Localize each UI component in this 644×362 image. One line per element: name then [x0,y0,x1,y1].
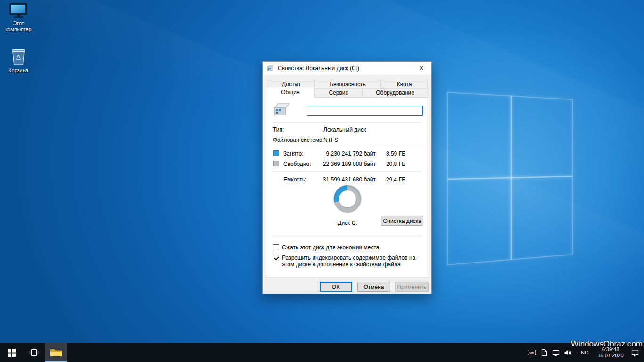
filesystem-value: NTFS [323,137,338,143]
tab-general[interactable]: Общие [266,87,315,98]
general-tab-page: Тип: Локальный диск Файловая система: NT… [266,97,429,278]
volume-label-input[interactable] [307,106,423,116]
action-center-icon [631,349,639,357]
used-size: 8,59 ГБ [386,150,405,157]
tab-security[interactable]: Безопасность [314,80,381,89]
cancel-button[interactable]: Отмена [357,282,390,292]
start-icon [8,349,16,357]
watermark: WindowsObraz.com [571,339,643,349]
index-checkbox-label[interactable]: Разрешить индексировать содержимое файло… [282,255,424,268]
used-bytes: 9 230 241 792 байт [326,150,376,157]
free-label: Свободно: [283,161,311,167]
desktop-icon-label: Этот компьютер [1,20,36,33]
dialog-title: Свойства: Локальный диск (C:) [278,65,359,72]
used-label: Занято: [283,150,303,157]
free-swatch [273,161,279,166]
disk-usage-chart [334,185,361,213]
desktop-icon-recycle-bin[interactable]: Корзина [1,47,36,74]
task-view-button[interactable] [23,343,45,362]
index-checkbox[interactable] [273,255,279,261]
used-swatch [273,150,279,156]
properties-dialog: Свойства: Локальный диск (C:) × Доступ Б… [262,61,432,294]
apply-button[interactable]: Применить [395,282,429,292]
taskbar: vm ENG 6:39:48 15.07.2020 [0,343,644,362]
desktop-icon-label: Корзина [1,67,36,74]
disk-cleanup-button[interactable]: Очистка диска [381,216,423,226]
close-button[interactable]: × [412,62,431,74]
drive-icon [266,65,275,72]
dialog-titlebar[interactable]: Свойства: Локальный диск (C:) × [263,62,431,75]
disk-chart-label: Диск C: [328,220,367,226]
capacity-label: Емкость: [283,176,306,183]
tab-label: Безопасность [330,81,366,88]
tab-label: Сервис [329,90,348,96]
vm-tray-icon[interactable]: vm [528,349,536,356]
clock-date: 15.07.2020 [597,353,623,359]
capacity-bytes: 31 599 431 680 байт [323,176,376,183]
computer-icon [9,3,28,19]
close-icon: × [419,64,423,73]
file-explorer-button[interactable] [45,343,67,362]
tab-hardware[interactable]: Оборудование [362,88,428,97]
separator [273,236,422,236]
compress-checkbox[interactable] [273,244,279,250]
recycle-bin-icon [10,47,26,66]
language-indicator[interactable]: ENG [576,350,590,355]
desktop-icon-this-pc[interactable]: Этот компьютер [1,3,36,33]
filesystem-label: Файловая система: [273,137,324,143]
type-label: Тип: [273,126,284,133]
type-value: Локальный диск [323,126,366,133]
separator [273,171,422,172]
drive-icon-large [272,103,290,117]
tab-label: Оборудование [376,90,414,96]
document-tray-icon[interactable] [540,349,548,356]
start-button[interactable] [0,343,23,362]
free-size: 20,8 ГБ [386,161,405,167]
compress-checkbox-label[interactable]: Сжать этот диск для экономии места [282,244,426,251]
svg-text:vm: vm [530,351,535,354]
free-bytes: 22 369 189 888 байт [323,161,376,167]
capacity-size: 29,4 ГБ [386,176,405,183]
task-view-icon [29,348,39,357]
tab-label: Общие [281,89,299,96]
tab-label: Квота [397,81,412,88]
volume-tray-icon[interactable] [564,349,571,356]
ok-button[interactable]: OK [320,282,352,292]
separator [273,122,422,123]
tab-tools[interactable]: Сервис [315,88,362,97]
action-center-button[interactable] [631,349,639,357]
taskbar-spacer [67,343,528,362]
file-explorer-icon [50,348,62,357]
tab-quota[interactable]: Квота [381,80,428,89]
network-tray-icon[interactable] [552,349,560,356]
separator [273,147,422,147]
